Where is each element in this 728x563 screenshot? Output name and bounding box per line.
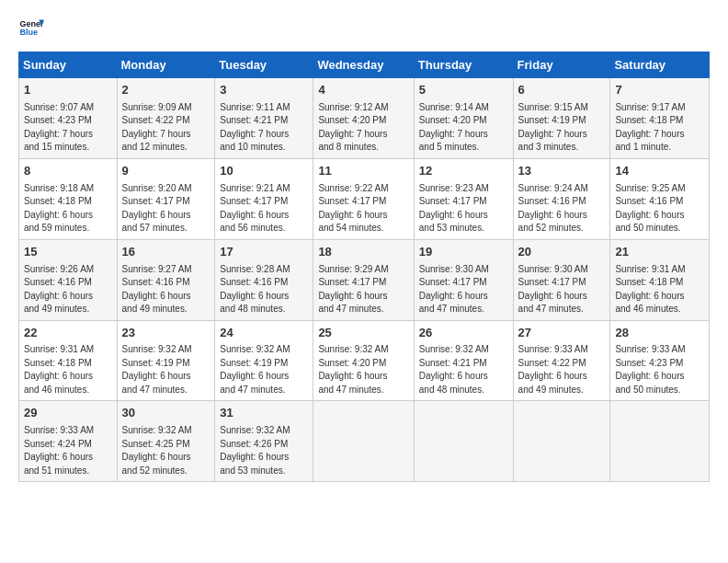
day-number: 24 — [220, 325, 308, 342]
day-number: 8 — [24, 163, 112, 180]
day-number: 23 — [122, 325, 210, 342]
day-number: 18 — [318, 244, 408, 261]
day-number: 10 — [220, 163, 308, 180]
page-container: General Blue SundayMondayTuesdayWednesda… — [0, 0, 728, 491]
day-number: 2 — [122, 82, 210, 99]
day-header-wednesday: Wednesday — [313, 52, 414, 78]
header: General Blue — [18, 15, 710, 40]
day-number: 22 — [24, 325, 112, 342]
day-number: 31 — [220, 405, 308, 422]
calendar-cell: 28Sunrise: 9:33 AMSunset: 4:23 PMDayligh… — [610, 320, 710, 401]
day-number: 5 — [419, 82, 508, 99]
calendar-cell: 7Sunrise: 9:17 AMSunset: 4:18 PMDaylight… — [610, 78, 710, 159]
calendar-cell: 6Sunrise: 9:15 AMSunset: 4:19 PMDaylight… — [513, 78, 610, 159]
calendar-cell: 13Sunrise: 9:24 AMSunset: 4:16 PMDayligh… — [513, 158, 610, 239]
calendar-cell: 19Sunrise: 9:30 AMSunset: 4:17 PMDayligh… — [414, 239, 513, 320]
calendar-cell — [610, 401, 710, 482]
calendar-cell: 22Sunrise: 9:31 AMSunset: 4:18 PMDayligh… — [19, 320, 118, 401]
calendar-cell: 9Sunrise: 9:20 AMSunset: 4:17 PMDaylight… — [117, 158, 215, 239]
logo-icon: General Blue — [18, 15, 44, 40]
day-number: 26 — [419, 325, 508, 342]
day-header-thursday: Thursday — [414, 52, 513, 78]
calendar-cell: 15Sunrise: 9:26 AMSunset: 4:16 PMDayligh… — [19, 239, 118, 320]
day-number: 13 — [518, 163, 606, 180]
week-row-4: 22Sunrise: 9:31 AMSunset: 4:18 PMDayligh… — [19, 320, 710, 401]
calendar-cell: 1Sunrise: 9:07 AMSunset: 4:23 PMDaylight… — [19, 78, 118, 159]
day-number: 3 — [220, 82, 308, 99]
calendar-cell: 8Sunrise: 9:18 AMSunset: 4:18 PMDaylight… — [19, 158, 118, 239]
calendar-cell: 2Sunrise: 9:09 AMSunset: 4:22 PMDaylight… — [117, 78, 215, 159]
calendar-cell: 3Sunrise: 9:11 AMSunset: 4:21 PMDaylight… — [215, 78, 313, 159]
day-number: 7 — [615, 82, 704, 99]
calendar-cell: 5Sunrise: 9:14 AMSunset: 4:20 PMDaylight… — [414, 78, 513, 159]
logo: General Blue — [18, 15, 44, 40]
day-number: 15 — [24, 244, 112, 261]
calendar-cell: 21Sunrise: 9:31 AMSunset: 4:18 PMDayligh… — [610, 239, 710, 320]
week-row-3: 15Sunrise: 9:26 AMSunset: 4:16 PMDayligh… — [19, 239, 710, 320]
calendar-cell: 30Sunrise: 9:32 AMSunset: 4:25 PMDayligh… — [117, 401, 215, 482]
calendar-cell: 29Sunrise: 9:33 AMSunset: 4:24 PMDayligh… — [19, 401, 118, 482]
day-number: 29 — [24, 405, 112, 422]
day-number: 1 — [24, 82, 112, 99]
calendar-cell: 20Sunrise: 9:30 AMSunset: 4:17 PMDayligh… — [513, 239, 610, 320]
day-header-row: SundayMondayTuesdayWednesdayThursdayFrid… — [19, 52, 710, 78]
calendar-cell: 17Sunrise: 9:28 AMSunset: 4:16 PMDayligh… — [215, 239, 313, 320]
week-row-5: 29Sunrise: 9:33 AMSunset: 4:24 PMDayligh… — [19, 401, 710, 482]
calendar-cell: 4Sunrise: 9:12 AMSunset: 4:20 PMDaylight… — [313, 78, 414, 159]
day-number: 12 — [419, 163, 508, 180]
calendar-cell: 12Sunrise: 9:23 AMSunset: 4:17 PMDayligh… — [414, 158, 513, 239]
week-row-2: 8Sunrise: 9:18 AMSunset: 4:18 PMDaylight… — [19, 158, 710, 239]
calendar-cell — [313, 401, 414, 482]
day-header-tuesday: Tuesday — [215, 52, 313, 78]
calendar-cell: 18Sunrise: 9:29 AMSunset: 4:17 PMDayligh… — [313, 239, 414, 320]
calendar-cell — [513, 401, 610, 482]
day-number: 21 — [615, 244, 704, 261]
day-number: 4 — [318, 82, 408, 99]
day-number: 11 — [318, 163, 408, 180]
day-number: 28 — [615, 325, 704, 342]
day-number: 30 — [122, 405, 210, 422]
calendar-cell: 24Sunrise: 9:32 AMSunset: 4:19 PMDayligh… — [215, 320, 313, 401]
day-number: 19 — [419, 244, 508, 261]
calendar-cell — [414, 401, 513, 482]
day-number: 25 — [318, 325, 408, 342]
day-number: 14 — [615, 163, 704, 180]
calendar-cell: 27Sunrise: 9:33 AMSunset: 4:22 PMDayligh… — [513, 320, 610, 401]
day-number: 17 — [220, 244, 308, 261]
calendar-cell: 11Sunrise: 9:22 AMSunset: 4:17 PMDayligh… — [313, 158, 414, 239]
day-header-sunday: Sunday — [19, 52, 118, 78]
calendar-cell: 23Sunrise: 9:32 AMSunset: 4:19 PMDayligh… — [117, 320, 215, 401]
calendar-header: SundayMondayTuesdayWednesdayThursdayFrid… — [19, 52, 710, 78]
day-header-saturday: Saturday — [610, 52, 710, 78]
calendar-cell: 25Sunrise: 9:32 AMSunset: 4:20 PMDayligh… — [313, 320, 414, 401]
calendar-table: SundayMondayTuesdayWednesdayThursdayFrid… — [18, 52, 710, 482]
calendar-cell: 10Sunrise: 9:21 AMSunset: 4:17 PMDayligh… — [215, 158, 313, 239]
day-header-monday: Monday — [117, 52, 215, 78]
calendar-body: 1Sunrise: 9:07 AMSunset: 4:23 PMDaylight… — [19, 78, 710, 482]
calendar-cell: 31Sunrise: 9:32 AMSunset: 4:26 PMDayligh… — [215, 401, 313, 482]
day-number: 6 — [518, 82, 606, 99]
day-number: 16 — [122, 244, 210, 261]
day-number: 9 — [122, 163, 210, 180]
calendar-cell: 14Sunrise: 9:25 AMSunset: 4:16 PMDayligh… — [610, 158, 710, 239]
week-row-1: 1Sunrise: 9:07 AMSunset: 4:23 PMDaylight… — [19, 78, 710, 159]
svg-text:Blue: Blue — [19, 28, 38, 37]
day-number: 20 — [518, 244, 606, 261]
calendar-cell: 16Sunrise: 9:27 AMSunset: 4:16 PMDayligh… — [117, 239, 215, 320]
day-number: 27 — [518, 325, 606, 342]
day-header-friday: Friday — [513, 52, 610, 78]
calendar-cell: 26Sunrise: 9:32 AMSunset: 4:21 PMDayligh… — [414, 320, 513, 401]
